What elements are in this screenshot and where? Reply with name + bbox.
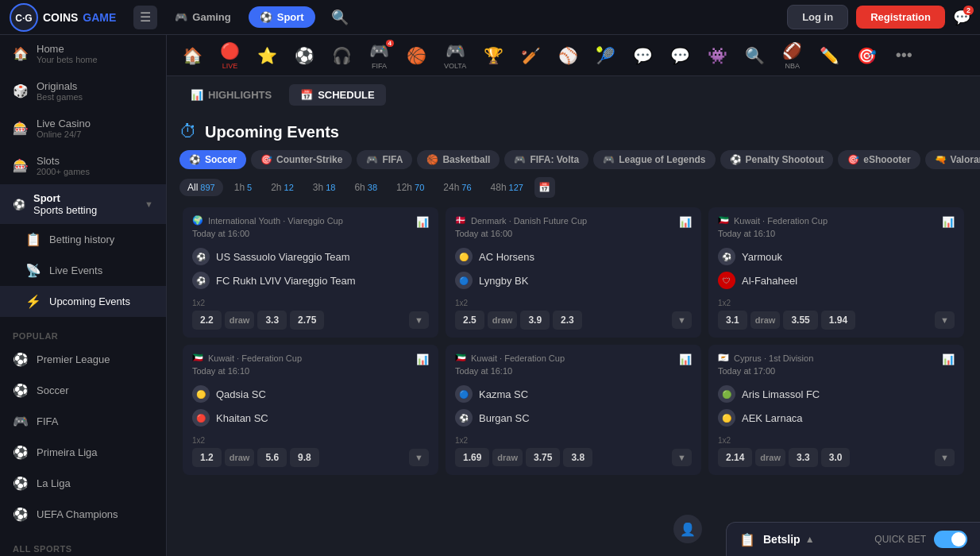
sport-icon-volta[interactable]: 🎮VOLTA bbox=[438, 38, 473, 73]
sport-nav[interactable]: ⚽ Sport bbox=[249, 6, 315, 28]
sport-icon-trophy[interactable]: 🏆 bbox=[477, 43, 510, 68]
sport-icon-chat2[interactable]: 💬 bbox=[664, 43, 696, 68]
odd1-4[interactable]: 1.69 bbox=[455, 448, 489, 467]
time-filter-48h[interactable]: 48h 127 bbox=[483, 179, 531, 196]
filter-valorant[interactable]: 🔫 Valorant bbox=[925, 150, 980, 169]
odddraw-1[interactable]: draw bbox=[488, 311, 518, 329]
sport-icon-edit[interactable]: ✏️ bbox=[813, 43, 846, 68]
odddrawval-4[interactable]: 3.75 bbox=[526, 448, 560, 467]
odddraw-0[interactable]: draw bbox=[225, 311, 255, 329]
sidebar-item-premier[interactable]: ⚽ Premier League bbox=[0, 344, 166, 375]
odd-expand-5[interactable]: ▼ bbox=[935, 449, 955, 466]
odd1-2[interactable]: 3.1 bbox=[718, 311, 747, 330]
odd2-5[interactable]: 3.0 bbox=[821, 448, 851, 467]
odddraw-4[interactable]: draw bbox=[492, 449, 523, 466]
sport-icon-fifa[interactable]: 🎮FIFA 4 bbox=[363, 38, 395, 73]
odd2-2[interactable]: 1.94 bbox=[821, 311, 855, 330]
odd2-1[interactable]: 2.3 bbox=[553, 311, 582, 330]
sport-icon-favorites[interactable]: ⭐ bbox=[251, 43, 284, 68]
sport-icon-soccer[interactable]: ⚽ bbox=[288, 43, 321, 68]
time-filter-all[interactable]: All 897 bbox=[179, 179, 223, 196]
notification-button[interactable]: 💬 2 bbox=[953, 9, 970, 26]
search-button[interactable]: 🔍 bbox=[331, 9, 349, 26]
odddrawval-3[interactable]: 5.6 bbox=[257, 448, 287, 467]
odddraw-2[interactable]: draw bbox=[750, 311, 781, 329]
match-stats-4[interactable]: 📊 bbox=[679, 353, 692, 365]
odds-row-0: 2.2 draw 3.3 2.75 ▼ bbox=[192, 311, 429, 330]
time-filter-24h[interactable]: 24h 76 bbox=[435, 179, 479, 196]
sidebar-item-soccer[interactable]: ⚽ Soccer bbox=[0, 375, 166, 406]
quick-bet-toggle[interactable] bbox=[934, 531, 967, 548]
sport-icon-search[interactable]: 🔍 bbox=[739, 43, 771, 68]
odd2-3[interactable]: 9.8 bbox=[290, 448, 319, 467]
odd1-5[interactable]: 2.14 bbox=[718, 448, 752, 467]
odddrawval-5[interactable]: 3.3 bbox=[789, 448, 818, 467]
odd-expand-1[interactable]: ▼ bbox=[672, 311, 692, 329]
sport-icon-live[interactable]: 🔴LIVE bbox=[214, 38, 246, 73]
filter-penalty[interactable]: ⚽ Penalty Shootout bbox=[720, 150, 834, 169]
login-button[interactable]: Log in bbox=[787, 5, 848, 29]
sidebar-item-fifa[interactable]: 🎮 FIFA bbox=[0, 406, 166, 437]
calendar-filter[interactable]: 📅 bbox=[534, 177, 555, 198]
match-stats-2[interactable]: 📊 bbox=[942, 216, 955, 228]
sport-icon-darts[interactable]: 🎯 bbox=[851, 43, 883, 68]
filter-soccer[interactable]: ⚽ Soccer bbox=[179, 150, 246, 169]
filter-basketball[interactable]: 🏀 Basketball bbox=[417, 150, 500, 169]
odd1-3[interactable]: 1.2 bbox=[192, 448, 222, 467]
register-button[interactable]: Registration bbox=[856, 6, 945, 29]
sport-icon-chat1[interactable]: 💬 bbox=[627, 43, 659, 68]
support-button[interactable]: 👤 bbox=[673, 515, 702, 543]
sidebar-item-livecasino[interactable]: 🎰 Live Casino Online 24/7 bbox=[0, 110, 166, 147]
match-stats-1[interactable]: 📊 bbox=[679, 216, 692, 228]
menu-button[interactable]: ☰ bbox=[133, 6, 157, 29]
sport-icon-esports[interactable]: 🎧 bbox=[326, 43, 358, 68]
sport-icon-cricket[interactable]: 🏏 bbox=[515, 43, 547, 68]
filter-cs[interactable]: 🎯 Counter-Strike bbox=[251, 150, 352, 169]
match-stats-3[interactable]: 📊 bbox=[416, 353, 429, 365]
filter-eshooter[interactable]: 🎯 eShoooter bbox=[838, 150, 920, 169]
odddrawval-2[interactable]: 3.55 bbox=[783, 311, 817, 330]
match-stats-5[interactable]: 📊 bbox=[942, 353, 955, 365]
odddraw-5[interactable]: draw bbox=[755, 449, 785, 466]
sidebar-item-slots[interactable]: 🎰 Slots 2000+ games bbox=[0, 147, 166, 184]
sidebar-item-upcoming[interactable]: ⚡ Upcoming Events bbox=[0, 286, 166, 317]
odddraw-3[interactable]: draw bbox=[225, 449, 255, 466]
odd1-1[interactable]: 2.5 bbox=[455, 311, 484, 330]
tab-highlights[interactable]: 📊 HIGHLIGHTS bbox=[179, 84, 283, 106]
sidebar-item-sport[interactable]: ⚽ Sport Sports betting ▼ bbox=[0, 184, 166, 224]
time-filter-6h[interactable]: 6h 38 bbox=[346, 179, 385, 196]
time-filter-3h[interactable]: 3h 18 bbox=[305, 179, 344, 196]
sport-icon-tennis[interactable]: 🎾 bbox=[589, 43, 622, 68]
sidebar-item-betting[interactable]: 📋 Betting history bbox=[0, 224, 166, 255]
filter-lol[interactable]: 🎮 League of Legends bbox=[593, 150, 715, 169]
odd2-4[interactable]: 3.8 bbox=[563, 448, 592, 467]
odd1-0[interactable]: 2.2 bbox=[192, 311, 222, 330]
sport-icon-gaming[interactable]: 👾 bbox=[701, 43, 734, 68]
filter-fifavolta[interactable]: 🎮 FIFA: Volta bbox=[504, 150, 588, 169]
sidebar-item-primeira[interactable]: ⚽ Primeira Liga bbox=[0, 437, 166, 468]
sidebar-item-uefa[interactable]: ⚽ UEFA Champions bbox=[0, 499, 166, 530]
tab-schedule[interactable]: 📅 SCHEDULE bbox=[289, 84, 386, 106]
sport-icon-nba[interactable]: 🏈NBA bbox=[776, 38, 808, 73]
odd-expand-2[interactable]: ▼ bbox=[935, 311, 955, 329]
sport-icon-home[interactable]: 🏠 bbox=[176, 43, 209, 68]
filter-fifa[interactable]: 🎮 FIFA bbox=[357, 150, 412, 169]
odddrawval-0[interactable]: 3.3 bbox=[257, 311, 287, 330]
sport-icon-baseball[interactable]: ⚾ bbox=[552, 43, 585, 68]
sidebar-item-liveevents[interactable]: 📡 Live Events bbox=[0, 255, 166, 286]
time-filter-1h[interactable]: 1h 5 bbox=[226, 179, 260, 196]
sidebar-item-laliga[interactable]: ⚽ La Liga bbox=[0, 468, 166, 499]
gaming-nav[interactable]: 🎮 Gaming bbox=[164, 6, 241, 28]
sport-icon-basketball[interactable]: 🏀 bbox=[400, 43, 433, 68]
odd-expand-4[interactable]: ▼ bbox=[672, 449, 692, 466]
sidebar-item-originals[interactable]: 🎲 Originals Best games bbox=[0, 72, 166, 110]
time-filter-2h[interactable]: 2h 12 bbox=[263, 179, 302, 196]
odd-expand-3[interactable]: ▼ bbox=[409, 449, 429, 466]
sidebar-item-home[interactable]: 🏠 Home Your bets home bbox=[0, 35, 166, 72]
odddrawval-1[interactable]: 3.9 bbox=[520, 311, 550, 330]
time-filter-12h[interactable]: 12h 70 bbox=[388, 179, 432, 196]
odd2-0[interactable]: 2.75 bbox=[290, 311, 324, 330]
match-stats-0[interactable]: 📊 bbox=[416, 216, 429, 228]
odd-expand-0[interactable]: ▼ bbox=[409, 311, 429, 329]
sport-icon-more[interactable]: ••• bbox=[888, 43, 920, 68]
